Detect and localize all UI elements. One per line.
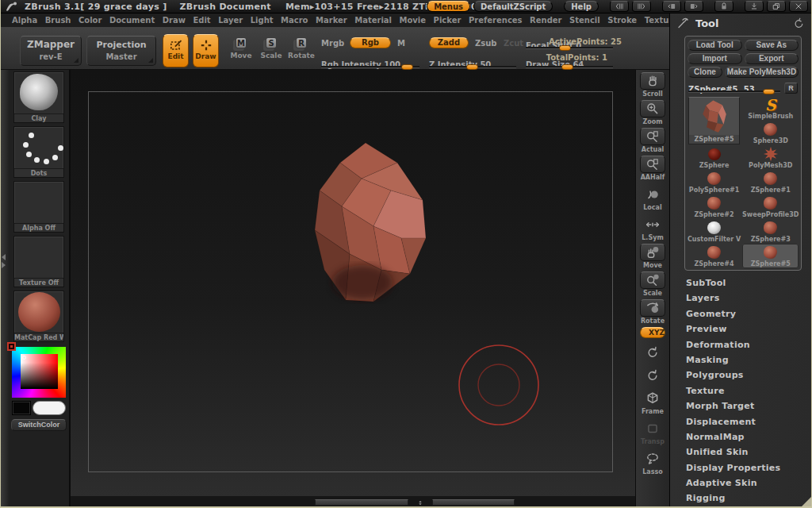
close-button[interactable] [789,1,808,12]
menu-item[interactable]: Macro [281,16,308,25]
right-shelf-button[interactable]: Local [638,186,667,211]
right-shelf-button[interactable]: Lasso [638,450,667,475]
color-picker[interactable] [12,347,66,398]
save-as-button[interactable]: Save As [745,40,799,51]
section-header[interactable]: Masking [670,352,812,368]
tool-thumbnail[interactable]: SweepProfile3D [742,194,799,219]
saturation-square[interactable] [21,354,58,389]
section-header[interactable]: Rigging [670,491,812,506]
right-shelf-button[interactable]: Zoom [638,100,667,125]
scale-button[interactable]: S Scale [258,37,285,60]
restore-button[interactable] [767,1,786,12]
tool-thumbnail[interactable]: ZSphere#3 [742,219,799,244]
right-shelf-button[interactable]: AAHalf [638,156,667,181]
tool-thumbnail[interactable]: CustomFilter V [688,219,741,244]
slider-handle[interactable] [763,89,775,94]
right-shelf-button[interactable]: Move [638,244,667,269]
right-shelf-button[interactable]: Frame [638,390,667,415]
tray-thumbnail[interactable]: MatCap Red Wa [13,291,64,342]
tool-name-slider[interactable]: ZSphere#5. 53 R [688,80,798,94]
right-shelf-button[interactable] [638,344,667,362]
secondary-color-swatch[interactable] [12,401,31,415]
section-header[interactable]: Texture [670,383,812,398]
scrollbar-arrows[interactable] [408,498,432,506]
scroll-interface-left-button[interactable] [610,1,629,12]
menu-item[interactable]: Edit [193,16,210,25]
resize-corner-handle[interactable] [802,497,811,506]
m-toggle[interactable]: M [397,39,405,48]
mrgb-toggle[interactable]: Mrgb [321,39,344,48]
slider-handle[interactable] [561,64,573,70]
section-header[interactable]: Preview [670,321,812,337]
switch-color-button[interactable]: SwitchColor [11,419,67,431]
right-shelf-button[interactable]: Actual [638,128,667,153]
menu-item[interactable]: Render [530,16,561,25]
menu-item[interactable]: Marker [316,16,347,25]
zsub-toggle[interactable]: Zsub [475,39,496,48]
menu-item[interactable]: Movie [400,16,427,25]
dock-left-button[interactable] [662,1,681,12]
menu-item[interactable]: Light [251,16,274,25]
horizontal-scrollbar[interactable] [315,498,515,506]
menus-button[interactable]: Menus [427,1,470,12]
rgb-toggle[interactable]: Rgb [350,37,391,48]
tool-thumbnail[interactable]: ZSphere#2 [688,194,741,219]
lock-button[interactable] [714,1,733,12]
section-header[interactable]: Geometry [670,306,812,321]
z-intensity-slider[interactable]: Z Intensity 50 [429,56,516,68]
section-header[interactable]: SubTool [670,275,812,291]
tool-thumbnail[interactable]: PolyMesh3D [742,145,799,170]
right-shelf-button[interactable]: Transp [638,420,667,445]
menu-item[interactable]: Document [109,16,155,25]
projection-master-button[interactable]: Projection Master [86,36,156,66]
right-shelf-button[interactable]: XYZ [638,327,667,339]
edit-button[interactable]: Edit [163,34,189,67]
selected-tool-thumbnail[interactable]: ZSphere#5 [688,97,740,144]
section-header[interactable]: Layers [670,291,812,306]
make-polymesh3d-button[interactable]: Make PolyMesh3D [725,67,799,78]
tool-thumbnail[interactable]: S SimpleBrush [742,96,799,121]
import-button[interactable]: Import [688,53,742,64]
menu-item[interactable]: Draw [163,16,186,25]
rotate-button[interactable]: R Rotate [288,37,315,60]
zadd-toggle[interactable]: Zadd [429,37,469,48]
slider-handle[interactable] [401,64,413,70]
zcut-toggle[interactable]: Zcut [504,39,523,48]
current-color-swatch[interactable] [33,401,66,415]
menu-item[interactable]: Stroke [607,16,637,25]
right-shelf-button[interactable]: Scroll [638,72,667,98]
export-button[interactable]: Export [745,53,799,64]
tool-thumbnail[interactable]: ZSphere#5 [742,244,799,268]
section-header[interactable]: Display Properties [670,460,812,475]
section-header[interactable]: Deformation [670,337,812,352]
minimize-button[interactable] [745,1,764,12]
tool-thumbnail[interactable]: PolySphere#1 [688,170,741,194]
help-button[interactable]: Help [564,1,599,12]
section-header[interactable]: Morph Target [670,398,812,414]
rgb-intensity-slider[interactable]: Rgb Intensity 100 [321,56,419,68]
right-shelf-button[interactable] [638,367,667,385]
clone-button[interactable]: Clone [688,67,722,78]
section-header[interactable]: Adaptive Skin [670,475,812,491]
reload-icon[interactable] [793,17,805,29]
menu-item[interactable]: Layer [218,16,243,25]
tray-divider-handle[interactable] [2,254,6,268]
menu-item[interactable]: Preferences [469,16,523,25]
default-zscript-button[interactable]: DefaultZScript [473,1,553,12]
menu-item[interactable]: Picker [434,16,462,25]
tool-thumbnail[interactable]: ZSphere [688,145,741,170]
move-button[interactable]: M Move [228,37,255,60]
scrollbar-track-left[interactable] [315,499,408,506]
slider-handle[interactable] [466,64,478,70]
section-header[interactable]: Unified Skin [670,444,812,460]
menu-item[interactable]: Color [79,16,102,25]
r-button[interactable]: R [784,83,798,94]
tool-thumbnail[interactable]: ZSphere#4 [688,244,741,268]
menu-item[interactable]: Material [354,16,392,25]
slider-handle[interactable] [559,45,571,51]
section-header[interactable]: Polygroups [670,368,812,383]
tray-thumbnail[interactable]: Dots [13,126,64,178]
tray-thumbnail[interactable]: Clay [13,71,64,123]
section-header[interactable]: NormalMap [670,429,812,444]
tool-thumbnail[interactable]: Sphere3D [742,121,799,145]
